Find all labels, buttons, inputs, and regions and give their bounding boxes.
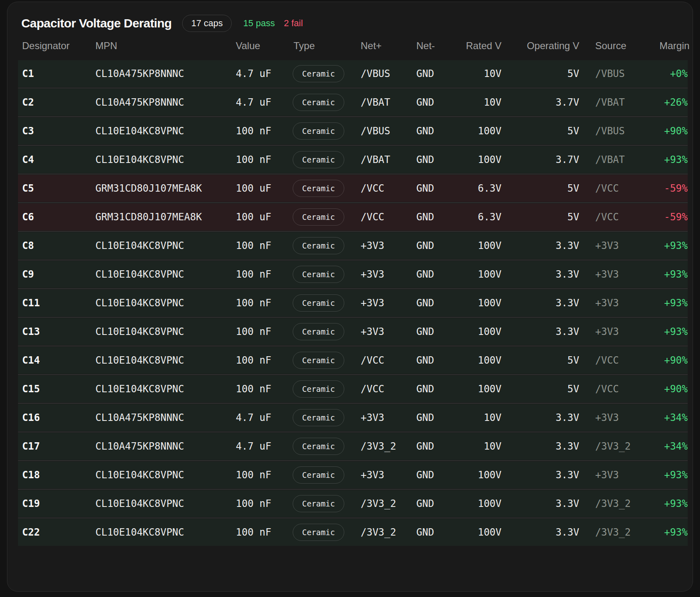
cell-operating_v: 3.3V xyxy=(501,519,579,546)
table-row: C3CL10E104KC8VPNC100 nFCeramic/VBUSGND10… xyxy=(18,118,688,145)
cell-source: /3V3_2 xyxy=(579,490,659,517)
cell-designator: C13 xyxy=(18,318,93,345)
cell-net_neg: GND xyxy=(414,60,463,87)
cell-source: /VCC xyxy=(579,175,659,202)
cell-margin: +93% xyxy=(659,318,688,345)
cell-margin: +93% xyxy=(659,519,688,546)
cell-mpn: CL10E104KC8VPNC xyxy=(93,261,233,288)
cell-net_neg: GND xyxy=(414,519,463,546)
cell-net_neg: GND xyxy=(414,318,463,345)
cell-type: Ceramic xyxy=(290,318,358,345)
column-header-value: Value xyxy=(233,40,290,52)
type-badge: Ceramic xyxy=(293,294,344,312)
cell-designator: C9 xyxy=(18,261,93,288)
cell-net_neg: GND xyxy=(414,433,463,460)
cell-rated_v: 100V xyxy=(463,318,501,345)
cell-net_pos: /VBAT xyxy=(358,146,414,173)
cell-source: +3V3 xyxy=(579,461,659,488)
cell-margin: +34% xyxy=(659,433,688,460)
cell-rated_v: 10V xyxy=(463,404,501,431)
cell-designator: C1 xyxy=(18,60,93,87)
cell-mpn: CL10A475KP8NNNC xyxy=(93,433,233,460)
cell-rated_v: 10V xyxy=(463,89,501,116)
type-badge: Ceramic xyxy=(293,122,344,140)
cell-designator: C18 xyxy=(18,461,93,488)
cell-margin: +90% xyxy=(659,347,688,374)
page-title: Capacitor Voltage Derating xyxy=(21,16,172,30)
table-row: C17CL10A475KP8NNNC4.7 uFCeramic/3V3_2GND… xyxy=(18,433,688,460)
cell-operating_v: 5V xyxy=(501,175,579,202)
cell-designator: C6 xyxy=(18,204,93,231)
column-header-margin: Margin xyxy=(659,40,689,52)
cell-margin: -59% xyxy=(659,175,688,202)
cell-source: +3V3 xyxy=(579,289,659,317)
cell-net_neg: GND xyxy=(414,347,463,374)
type-badge: Ceramic xyxy=(293,524,344,541)
cell-type: Ceramic xyxy=(290,261,358,288)
table-row: C22CL10E104KC8VPNC100 nFCeramic/3V3_2GND… xyxy=(18,519,688,546)
type-badge: Ceramic xyxy=(293,180,344,197)
cell-source: /VCC xyxy=(579,204,659,231)
cell-type: Ceramic xyxy=(290,89,358,116)
cell-net_pos: /VCC xyxy=(358,347,414,374)
cell-value: 100 uF xyxy=(233,204,290,231)
cell-mpn: CL10E104KC8VPNC xyxy=(93,146,233,173)
table-row: C11CL10E104KC8VPNC100 nFCeramic+3V3GND10… xyxy=(18,289,688,317)
cell-source: /VBAT xyxy=(579,89,659,116)
table-row: C1CL10A475KP8NNNC4.7 uFCeramic/VBUSGND10… xyxy=(18,60,688,87)
table-row: C2CL10A475KP8NNNC4.7 uFCeramic/VBATGND10… xyxy=(18,89,688,116)
table-row: C14CL10E104KC8VPNC100 nFCeramic/VCCGND10… xyxy=(18,347,688,374)
cell-net_neg: GND xyxy=(414,204,463,231)
cell-margin: +93% xyxy=(659,261,688,288)
cell-net_neg: GND xyxy=(414,89,463,116)
cell-margin: -59% xyxy=(659,204,688,231)
cell-operating_v: 3.3V xyxy=(501,261,579,288)
cell-rated_v: 100V xyxy=(463,232,501,259)
cell-designator: C4 xyxy=(18,146,93,173)
cell-net_pos: /3V3_2 xyxy=(358,519,414,546)
cell-rated_v: 10V xyxy=(463,60,501,87)
cell-value: 100 nF xyxy=(233,118,290,145)
table-row: C9CL10E104KC8VPNC100 nFCeramic+3V3GND100… xyxy=(18,261,688,288)
cell-type: Ceramic xyxy=(290,519,358,546)
column-header-type: Type xyxy=(290,40,358,52)
cell-net_neg: GND xyxy=(414,146,463,173)
column-header-rated_v: Rated V xyxy=(463,40,501,52)
cell-net_pos: /3V3_2 xyxy=(358,490,414,517)
type-badge: Ceramic xyxy=(293,495,344,512)
cell-mpn: GRM31CD80J107MEA8K xyxy=(93,175,233,202)
type-badge: Ceramic xyxy=(293,438,344,455)
cell-mpn: CL10E104KC8VPNC xyxy=(93,232,233,259)
cell-designator: C14 xyxy=(18,347,93,374)
type-badge: Ceramic xyxy=(293,409,344,426)
cell-mpn: GRM31CD80J107MEA8K xyxy=(93,204,233,231)
cell-mpn: CL10A475KP8NNNC xyxy=(93,404,233,431)
pass-count: 15 pass xyxy=(243,18,275,29)
cell-rated_v: 100V xyxy=(463,118,501,145)
cell-mpn: CL10E104KC8VPNC xyxy=(93,318,233,345)
cell-operating_v: 5V xyxy=(501,60,579,87)
cell-source: +3V3 xyxy=(579,232,659,259)
cell-net_pos: +3V3 xyxy=(358,261,414,288)
cell-net_neg: GND xyxy=(414,232,463,259)
cell-operating_v: 5V xyxy=(501,118,579,145)
cell-net_neg: GND xyxy=(414,404,463,431)
cell-margin: +93% xyxy=(659,289,688,317)
cell-value: 100 nF xyxy=(233,519,290,546)
cell-source: /VBUS xyxy=(579,118,659,145)
cell-designator: C5 xyxy=(18,175,93,202)
cell-net_pos: /VBAT xyxy=(358,89,414,116)
cell-net_neg: GND xyxy=(414,289,463,317)
cell-mpn: CL10E104KC8VPNC xyxy=(93,289,233,317)
cell-net_pos: +3V3 xyxy=(358,289,414,317)
type-badge: Ceramic xyxy=(293,151,344,168)
cell-source: +3V3 xyxy=(579,404,659,431)
cell-net_pos: /VCC xyxy=(358,375,414,403)
cell-margin: +93% xyxy=(659,232,688,259)
cell-margin: +0% xyxy=(659,60,688,87)
cell-type: Ceramic xyxy=(290,375,358,403)
cell-net_pos: +3V3 xyxy=(358,318,414,345)
table-row: C6GRM31CD80J107MEA8K100 uFCeramic/VCCGND… xyxy=(18,204,688,231)
column-header-mpn: MPN xyxy=(93,40,233,52)
table-row: C15CL10E104KC8VPNC100 nFCeramic/VCCGND10… xyxy=(18,375,688,403)
